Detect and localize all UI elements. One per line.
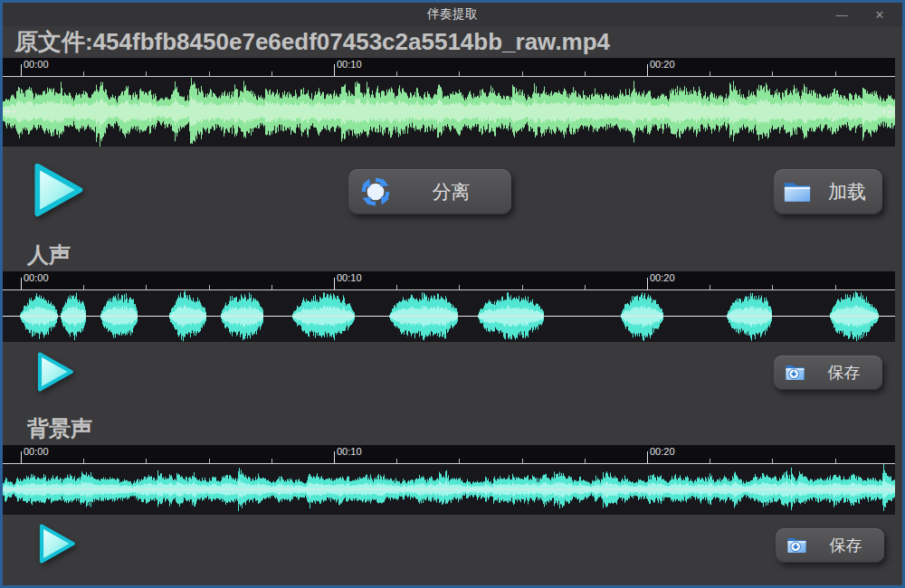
- window-controls: — ✕: [823, 3, 899, 26]
- titlebar: 伴奏提取 — ✕: [3, 3, 902, 26]
- play-icon: [42, 526, 73, 562]
- timeline-ruler-vocals[interactable]: 00:0000:1000:20: [3, 271, 895, 290]
- play-button-vocals[interactable]: [32, 349, 77, 394]
- play-icon: [40, 355, 71, 390]
- main-content: 原文件:454fbfb8450e7e6edf07453c2a5514bb_raw…: [3, 26, 902, 585]
- folder-download-icon: [785, 364, 805, 382]
- load-button[interactable]: 加载: [774, 169, 882, 214]
- folder-open-icon: [783, 180, 812, 204]
- app-window: 伴奏提取 — ✕ 原文件:454fbfb8450e7e6edf07453c2a5…: [0, 0, 905, 588]
- separate-button[interactable]: 分离: [348, 169, 511, 214]
- source-file-label: 原文件:454fbfb8450e7e6edf07453c2a5514bb_raw…: [14, 26, 610, 58]
- save-button-label: 保存: [807, 535, 884, 556]
- waveform-panel-background: 00:0000:1000:20: [3, 445, 895, 515]
- waveform-panel-vocals: 00:0000:1000:20: [3, 271, 895, 342]
- timeline-ruler-original[interactable]: 00:0000:1000:20: [3, 58, 895, 77]
- play-button-background[interactable]: [33, 521, 79, 566]
- load-button-label: 加载: [812, 179, 882, 204]
- folder-download-icon: [786, 536, 807, 555]
- track-label-vocals: 人声: [27, 241, 71, 270]
- waveform-panel-original: 00:0000:1000:20: [3, 58, 895, 147]
- separate-button-label: 分离: [391, 179, 511, 204]
- sync-icon: [360, 176, 391, 207]
- close-button[interactable]: ✕: [861, 3, 899, 26]
- window-title: 伴奏提取: [427, 6, 478, 23]
- track-label-background: 背景声: [27, 414, 92, 443]
- minimize-button[interactable]: —: [823, 3, 861, 26]
- timeline-ruler-background[interactable]: 00:0000:1000:20: [3, 445, 895, 464]
- waveform-original[interactable]: [3, 77, 895, 147]
- save-button-label: 保存: [805, 362, 882, 384]
- play-button-original[interactable]: [26, 159, 88, 221]
- save-button-background[interactable]: 保存: [776, 528, 884, 563]
- save-button-vocals[interactable]: 保存: [774, 356, 882, 390]
- play-icon: [37, 166, 80, 214]
- waveform-vocals[interactable]: [3, 290, 895, 342]
- waveform-background[interactable]: [3, 464, 895, 515]
